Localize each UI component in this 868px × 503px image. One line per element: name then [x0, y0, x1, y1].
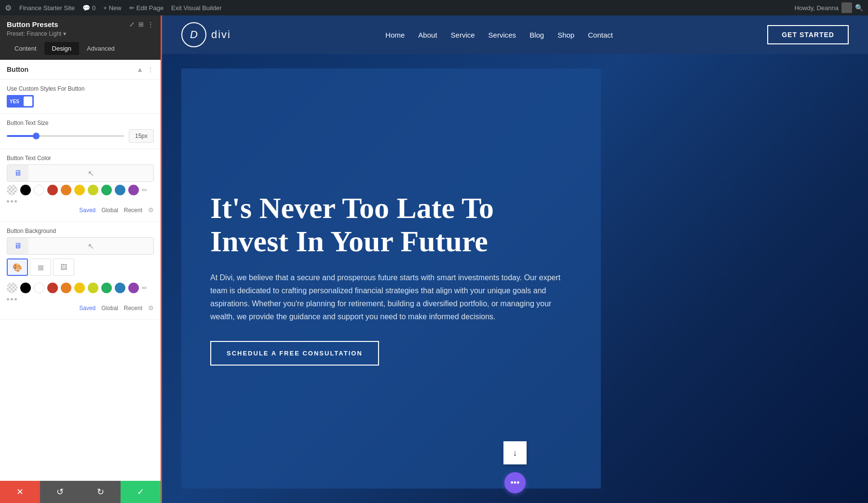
text-color-preview: 🖥	[7, 165, 28, 181]
bg-tab-global[interactable]: Global	[101, 305, 118, 312]
nav-home[interactable]: Home	[385, 31, 405, 39]
save-button[interactable]: ✓	[121, 481, 161, 503]
text-size-value[interactable]: 15px	[129, 129, 154, 143]
tab-content[interactable]: Content	[7, 42, 44, 55]
color-swatch-purple[interactable]	[128, 185, 139, 195]
color-swatch-green[interactable]	[101, 185, 112, 195]
tab-design[interactable]: Design	[44, 42, 79, 55]
bg-cursor-icon: ↖	[88, 242, 94, 251]
wp-logo-icon[interactable]: ⚙	[5, 3, 12, 13]
admin-search-icon[interactable]: 🔍	[855, 4, 863, 12]
admin-exit-builder[interactable]: Exit Visual Builder	[171, 4, 222, 12]
slider-thumb[interactable]	[33, 133, 40, 139]
custom-styles-toggle[interactable]: YES	[7, 95, 34, 108]
color-swatch-black[interactable]	[20, 185, 31, 195]
panel-preset[interactable]: Preset: Finance Light ▾	[7, 30, 154, 37]
bg-solid-icon: 🎨	[13, 263, 22, 272]
bg-swatch-yellow[interactable]	[74, 283, 85, 293]
panel-tabs: Content Design Advanced	[0, 42, 161, 60]
right-panel: D divi Home About Service Services Blog …	[162, 15, 868, 503]
nav-links: Home About Service Services Blog Shop Co…	[385, 31, 613, 39]
bg-monitor-icon: 🖥	[14, 242, 22, 250]
admin-howdy: Howdy, Deanna 🔍	[794, 2, 863, 13]
toggle-row: YES	[7, 95, 154, 108]
tab-advanced[interactable]: Advanced	[79, 42, 122, 55]
palette-tab-saved[interactable]: Saved	[79, 207, 95, 214]
color-swatch-blue[interactable]	[115, 185, 125, 195]
custom-styles-group: Use Custom Styles For Button YES	[0, 80, 161, 114]
panel-icon-columns[interactable]: ⊞	[138, 21, 144, 28]
palette-settings-icon[interactable]: ⚙	[148, 206, 154, 214]
pencil-icon[interactable]: ✏	[142, 186, 148, 194]
nav-services[interactable]: Services	[488, 31, 516, 39]
logo-circle: D	[181, 22, 206, 47]
site-logo: D divi	[181, 22, 231, 47]
admin-site-name[interactable]: Finance Starter Site	[19, 4, 75, 12]
bg-color-hex: ↖	[28, 238, 153, 254]
panel-title: Button Presets	[7, 20, 58, 28]
hero-title: It's Never Too Late To Invest In Your Fu…	[210, 191, 572, 257]
close-icon: ✕	[16, 487, 24, 497]
bg-pencil-icon[interactable]: ✏	[142, 284, 148, 292]
section-more-icon[interactable]: ⋮	[147, 66, 154, 73]
nav-cta-button[interactable]: GET STARTED	[767, 25, 849, 44]
color-swatch-transparent[interactable]	[7, 185, 17, 195]
bg-swatch-orange[interactable]	[61, 283, 71, 293]
bg-color-preview: 🖥	[7, 238, 28, 254]
more-dots[interactable]	[7, 198, 154, 204]
bg-color-field[interactable]: 🖥 ↖	[7, 237, 154, 255]
color-swatch-red[interactable]	[47, 185, 58, 195]
bg-swatch-blue[interactable]	[115, 283, 125, 293]
bg-type-solid[interactable]: 🎨	[7, 258, 28, 276]
text-size-group: Button Text Size 15px	[0, 114, 161, 149]
admin-comments[interactable]: 💬 0	[82, 4, 95, 12]
bg-more-dots[interactable]	[7, 296, 154, 302]
logo-text: divi	[211, 28, 231, 41]
undo-button[interactable]: ↺	[40, 481, 80, 503]
bg-tab-recent[interactable]: Recent	[124, 305, 142, 312]
text-color-palette: ✏	[7, 182, 154, 198]
section-collapse-icon[interactable]: ▲	[136, 66, 143, 73]
bg-tab-saved[interactable]: Saved	[79, 305, 95, 312]
admin-new[interactable]: + New	[103, 4, 122, 12]
admin-edit-page[interactable]: ✏ Edit Page	[129, 4, 163, 12]
text-color-field[interactable]: 🖥 ↖	[7, 164, 154, 182]
nav-about[interactable]: About	[418, 31, 437, 39]
bg-swatch-white[interactable]	[34, 283, 44, 293]
redo-button[interactable]: ↻	[81, 481, 121, 503]
nav-shop[interactable]: Shop	[557, 31, 574, 39]
bg-swatch-green[interactable]	[101, 283, 112, 293]
color-swatch-yellow-green[interactable]	[88, 185, 98, 195]
bg-swatch-yellow-green[interactable]	[88, 283, 98, 293]
nav-blog[interactable]: Blog	[529, 31, 544, 39]
bg-type-image[interactable]: 🖼	[53, 258, 74, 276]
color-swatch-yellow[interactable]	[74, 185, 85, 195]
bg-swatch-purple[interactable]	[128, 283, 139, 293]
palette-tab-recent[interactable]: Recent	[124, 207, 142, 214]
palette-tab-global[interactable]: Global	[101, 207, 118, 214]
nav-contact[interactable]: Contact	[588, 31, 613, 39]
panel-icon-more[interactable]: ⋮	[148, 21, 154, 28]
toggle-yes-label: YES	[7, 95, 22, 108]
fab-icon: •••	[511, 478, 520, 488]
admin-bar: ⚙ Finance Starter Site 💬 0 + New ✏ Edit …	[0, 0, 868, 15]
panel-title-row: Button Presets ⤢ ⊞ ⋮	[7, 20, 154, 28]
panel-content: Button ▲ ⋮ Use Custom Styles For Button …	[0, 60, 161, 481]
color-swatch-white[interactable]	[34, 185, 44, 195]
bg-label: Button Background	[7, 228, 154, 234]
close-button[interactable]: ✕	[0, 481, 40, 503]
text-color-group: Button Text Color 🖥 ↖	[0, 149, 161, 222]
text-size-slider[interactable]	[7, 135, 124, 137]
bg-settings-icon[interactable]: ⚙	[148, 304, 154, 312]
bg-swatch-red[interactable]	[47, 283, 58, 293]
nav-service[interactable]: Service	[451, 31, 475, 39]
color-swatch-orange[interactable]	[61, 185, 71, 195]
bg-swatch-black[interactable]	[20, 283, 31, 293]
bg-type-gradient[interactable]: ▦	[30, 258, 51, 276]
panel-icon-expand[interactable]: ⤢	[129, 21, 135, 28]
bg-type-row: 🎨 ▦ 🖼	[7, 258, 154, 276]
hero-cta-button[interactable]: SCHEDULE A FREE CONSULTATION	[210, 341, 379, 366]
scroll-down-button[interactable]: ↓	[503, 441, 527, 464]
bg-swatch-transparent[interactable]	[7, 283, 17, 293]
fab-button[interactable]: •••	[504, 472, 526, 493]
